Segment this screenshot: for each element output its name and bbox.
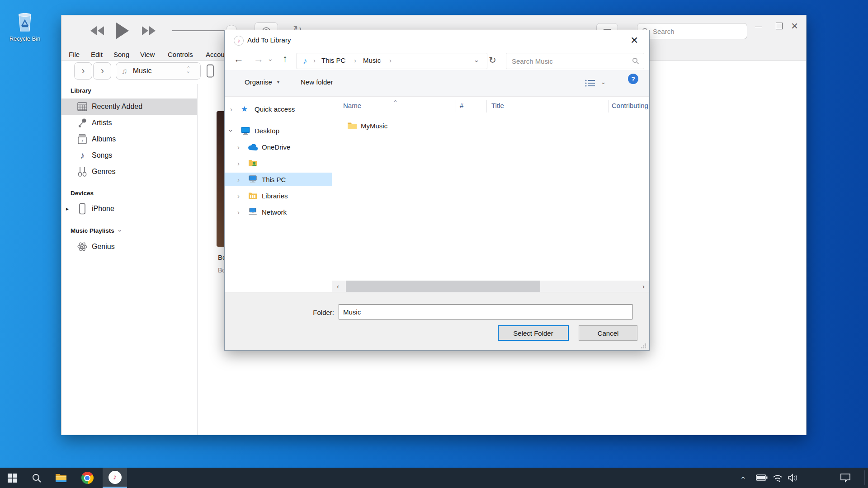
horizontal-scrollbar[interactable]: › › (332, 281, 649, 292)
recycle-bin-shortcut[interactable]: Recycle Bin (11, 10, 38, 49)
column-header-name[interactable]: Name (343, 102, 361, 109)
crumb-separator[interactable]: › (313, 57, 316, 64)
taskbar-itunes-active[interactable]: ♪ (103, 468, 127, 488)
microphone-icon (77, 118, 88, 128)
tree-item-quick-access[interactable]: › ★ Quick access (225, 102, 332, 116)
folder-name-input[interactable] (339, 304, 632, 319)
breadcrumb-music[interactable]: Music (363, 56, 381, 64)
file-explorer-icon (55, 473, 67, 483)
dialog-close-button[interactable]: × (631, 34, 638, 47)
organise-button[interactable]: Organise ▾ (245, 78, 279, 86)
dialog-search-input[interactable] (511, 55, 626, 67)
maximize-button[interactable] (776, 23, 783, 29)
taskbar-search-button[interactable] (26, 468, 47, 488)
sidebar-item-iphone[interactable]: ▸ iPhone (61, 201, 197, 217)
back-button[interactable]: › (74, 62, 92, 80)
collapse-chevron-icon[interactable]: › (228, 130, 235, 132)
nav-forward-button[interactable]: → (254, 54, 264, 64)
tree-item-network[interactable]: › Network (225, 205, 332, 219)
sidebar-item-songs[interactable]: ♪ Songs (61, 147, 197, 164)
address-dropdown-chevron[interactable]: › (474, 60, 481, 62)
expand-chevron-icon[interactable]: › (230, 106, 232, 113)
column-header-contributing-artists[interactable]: Contributing artists (612, 102, 650, 109)
fast-forward-button[interactable] (141, 25, 156, 36)
minimize-button[interactable]: — (755, 23, 762, 29)
battery-icon[interactable] (756, 474, 768, 481)
view-mode-chevron[interactable]: › (601, 82, 607, 84)
sidebar-item-recently-added[interactable]: Recently Added (61, 99, 197, 115)
cancel-button[interactable]: Cancel (579, 325, 637, 341)
itunes-search-box[interactable] (637, 23, 747, 39)
column-divider[interactable] (608, 100, 609, 113)
iphone-icon (77, 203, 88, 215)
action-center-icon[interactable] (840, 473, 851, 483)
media-kind-selector[interactable]: ♫ Music › › (116, 62, 201, 80)
view-mode-button[interactable] (585, 79, 595, 87)
menu-controls[interactable]: Controls (168, 51, 193, 58)
search-icon[interactable] (632, 57, 639, 65)
crumb-separator[interactable]: › (354, 57, 356, 64)
new-folder-button[interactable]: New folder (301, 78, 333, 86)
tree-item-desktop[interactable]: › Desktop (225, 124, 332, 137)
address-bar[interactable]: ♪ › This PC › Music › › (297, 53, 487, 69)
rewind-button[interactable] (90, 25, 105, 36)
dialog-titlebar[interactable]: ♪ Add To Library × (225, 30, 649, 50)
file-row-mymusic[interactable]: MyMusic (332, 119, 649, 132)
menu-edit[interactable]: Edit (91, 51, 103, 58)
start-button[interactable] (2, 468, 23, 488)
disclosure-triangle-icon[interactable]: ▸ (66, 206, 69, 211)
column-divider[interactable] (486, 100, 487, 113)
itunes-app-icon: ♪ (234, 36, 244, 46)
tree-item-onedrive[interactable]: › OneDrive (225, 140, 332, 154)
tray-expand-chevron[interactable]: › (739, 477, 746, 479)
tree-item-libraries[interactable]: › Libraries (225, 189, 332, 202)
nav-back-button[interactable]: ← (234, 54, 244, 64)
select-folder-button[interactable]: Select Folder (498, 325, 569, 341)
show-desktop-divider[interactable] (864, 470, 865, 485)
nav-history-chevron[interactable]: › (268, 59, 274, 61)
sidebar-item-artists[interactable]: Artists (61, 115, 197, 131)
expand-chevron-icon[interactable]: › (237, 209, 240, 216)
note-icon: ♪ (77, 150, 88, 161)
sidebar-playlists-header[interactable]: Music Playlists › (71, 227, 121, 234)
refresh-button[interactable]: ↻ (489, 56, 496, 65)
taskbar-chrome[interactable] (77, 468, 98, 488)
libraries-icon (248, 192, 257, 199)
expand-chevron-icon[interactable]: › (237, 176, 240, 183)
scrollbar-thumb[interactable] (346, 281, 540, 292)
close-button[interactable]: × (791, 20, 798, 32)
breadcrumb-this-pc[interactable]: This PC (321, 56, 345, 64)
sidebar-item-genres[interactable]: Genres (61, 164, 197, 180)
expand-chevron-icon[interactable]: › (237, 160, 240, 167)
dialog-search-box[interactable] (506, 53, 644, 69)
tree-item-this-pc[interactable]: › This PC (225, 173, 332, 186)
wifi-icon[interactable] (772, 474, 783, 482)
itunes-search-input[interactable] (652, 25, 744, 38)
expand-chevron-icon[interactable]: › (237, 144, 240, 150)
crumb-separator[interactable]: › (389, 57, 392, 64)
play-button[interactable] (115, 22, 129, 40)
expand-chevron-icon[interactable]: › (237, 192, 240, 199)
menu-file[interactable]: File (69, 51, 80, 58)
column-divider[interactable] (456, 100, 456, 113)
sidebar-item-genius[interactable]: Genius (61, 239, 197, 255)
volume-icon[interactable] (788, 474, 798, 482)
dialog-title: Add To Library (247, 36, 291, 44)
sidebar-item-albums[interactable]: ♪ Albums (61, 131, 197, 147)
column-header-title[interactable]: Title (491, 102, 504, 109)
resize-grip[interactable] (641, 343, 646, 349)
menu-song[interactable]: Song (113, 51, 129, 58)
column-header-number[interactable]: # (460, 102, 463, 109)
seek-bar[interactable] (172, 30, 227, 31)
tree-item-user-folder[interactable]: › (225, 156, 332, 170)
onedrive-cloud-icon (247, 144, 258, 150)
itunes-icon: ♪ (108, 471, 122, 484)
menu-view[interactable]: View (140, 51, 155, 58)
device-button[interactable] (205, 64, 215, 78)
scroll-right-arrow[interactable]: › (638, 281, 649, 292)
taskbar-file-explorer[interactable] (51, 468, 71, 488)
help-button[interactable]: ? (628, 74, 638, 84)
forward-button[interactable]: › (93, 62, 111, 80)
scroll-left-arrow[interactable]: › (332, 281, 344, 292)
nav-up-button[interactable]: ↑ (283, 54, 288, 64)
